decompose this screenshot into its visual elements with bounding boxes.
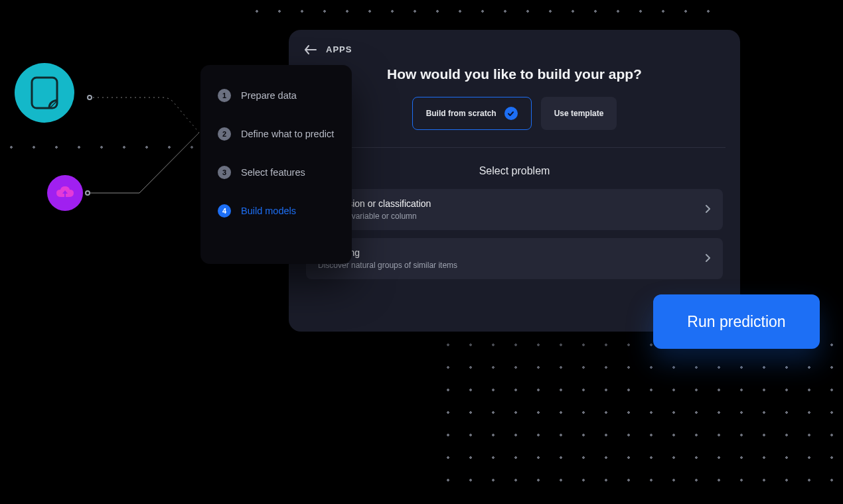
check-badge — [504, 107, 518, 120]
back-button[interactable] — [305, 45, 317, 54]
run-prediction-button[interactable]: Run prediction — [653, 294, 820, 349]
stepper-panel: 1 Prepare data 2 Define what to predict … — [200, 65, 352, 264]
connector-node — [87, 95, 92, 100]
app-header: APPS — [305, 44, 724, 54]
decorative-dots-top — [246, 0, 724, 27]
step-build-models[interactable]: 4 Build models — [218, 204, 335, 218]
decorative-dots-left — [0, 136, 199, 149]
step-number: 4 — [218, 204, 231, 218]
step-label: Build models — [241, 206, 296, 216]
cloud-disc — [47, 175, 83, 211]
divider — [303, 147, 726, 148]
arrow-left-icon — [305, 45, 317, 54]
decorative-dots-bottom — [437, 334, 842, 499]
choice-label: Use template — [554, 109, 604, 118]
choice-label: Build from scratch — [426, 109, 497, 118]
chevron-right-icon — [706, 204, 711, 216]
build-choice-row: Build from scratch Use template — [305, 97, 724, 130]
breadcrumb[interactable]: APPS — [326, 44, 352, 54]
run-prediction-label: Run prediction — [687, 313, 785, 331]
page-title: How would you like to build your app? — [305, 66, 724, 82]
step-number: 1 — [218, 89, 231, 102]
step-define-predict[interactable]: 2 Define what to predict — [218, 127, 335, 141]
step-prepare-data[interactable]: 1 Prepare data — [218, 89, 335, 102]
connector-node — [85, 190, 90, 196]
problem-regression-classification[interactable]: Regression or classification Predict a v… — [306, 189, 723, 230]
choice-build-from-scratch[interactable]: Build from scratch — [412, 97, 532, 130]
chevron-right-icon — [706, 253, 711, 265]
step-label: Select features — [241, 167, 305, 178]
step-label: Define what to predict — [241, 129, 334, 139]
file-disc — [15, 63, 74, 123]
section-title: Select problem — [305, 165, 724, 177]
step-label: Prepare data — [241, 90, 297, 101]
step-number: 3 — [218, 166, 231, 179]
step-number: 2 — [218, 127, 231, 141]
step-select-features[interactable]: 3 Select features — [218, 166, 335, 179]
problem-clustering[interactable]: Clustering Discover natural groups of si… — [306, 238, 723, 279]
file-icon — [31, 76, 58, 109]
choice-use-template[interactable]: Use template — [541, 97, 617, 130]
app-window: APPS How would you like to build your ap… — [289, 30, 740, 332]
cloud-upload-icon — [56, 186, 74, 200]
problem-list: Regression or classification Predict a v… — [305, 189, 724, 279]
check-icon — [507, 110, 514, 117]
